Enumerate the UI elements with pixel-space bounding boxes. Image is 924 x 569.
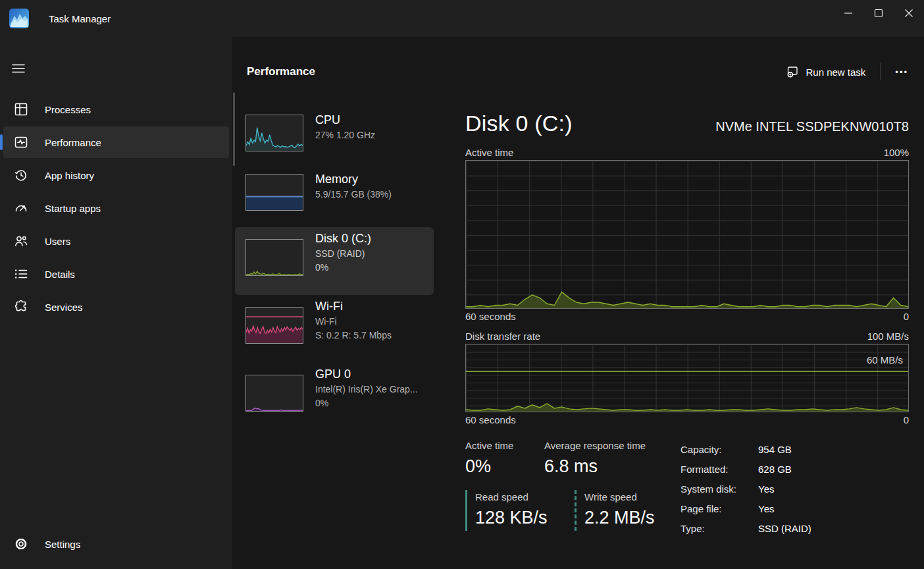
perf-item-cpu[interactable]: CPU 27% 1.20 GHz [235,109,434,168]
sidebar-item-label: Settings [45,539,80,550]
perf-item-subtitle: 5.9/15.7 GB (38%) [315,188,392,202]
sidebar-item-app-history[interactable]: App history [3,159,229,191]
maximize-icon [872,7,885,20]
perf-item-subtitle: 27% 1.20 GHz [315,128,375,142]
more-icon: ••• [895,67,908,77]
x-axis-right-label: 0 [904,311,909,322]
gpu-mini-chart [245,375,303,412]
performance-icon [13,134,29,150]
perf-item-title: Memory [315,171,392,188]
sidebar-item-settings[interactable]: Settings [3,528,229,560]
perf-item-title: GPU 0 [315,366,418,383]
startup-apps-icon [13,200,29,216]
minimize-icon [842,7,855,20]
sidebar-item-label: Startup apps [45,203,101,214]
sidebar-item-performance[interactable]: Performance [3,126,229,158]
perf-item-subtitle2: 0% [315,396,418,410]
perf-item-wifi[interactable]: Wi-Fi Wi-Fi S: 0.2 R: 5.7 Mbps [235,295,434,363]
more-options-button[interactable]: ••• [887,62,916,82]
window-controls [833,0,924,26]
x-axis-left-label: 60 seconds [465,414,516,425]
main-header: Performance Run new task ••• [232,53,924,91]
sidebar-item-services[interactable]: Services [3,291,229,323]
transfer-rate-chart-max: 100 MB/s [867,331,909,342]
avg-response-stat-value: 6.8 ms [544,453,680,479]
close-button[interactable] [894,0,924,26]
task-manager-window: Task Manager Proce [0,0,924,569]
prop-page-file: Page file: Yes [680,499,909,519]
transfer-rate-chart: 60 MB/s [465,344,909,412]
detail-title: Disk 0 (C:) [465,111,573,136]
sidebar-item-label: Processes [45,104,91,115]
services-icon [13,299,29,315]
details-icon [13,266,29,282]
read-speed-stat-value: 128 KB/s [475,504,575,531]
perf-item-title: Disk 0 (C:) [315,230,371,247]
sidebar-item-processes[interactable]: Processes [3,94,229,125]
processes-icon [13,101,29,117]
run-new-task-label: Run new task [806,67,865,78]
x-axis-right-label: 0 [904,414,909,425]
menu-button[interactable] [5,55,32,82]
perf-item-subtitle: SSD (RAID) [315,247,371,261]
sidebar: Processes Performance App history [0,37,232,569]
perf-item-subtitle: Wi-Fi [315,315,392,329]
perf-item-title: CPU [315,111,375,128]
x-axis-left-label: 60 seconds [465,311,516,322]
run-new-task-button[interactable]: Run new task [778,60,873,84]
active-time-stat-value: 0% [465,453,544,479]
perf-item-subtitle2: 0% [315,261,371,275]
perf-item-title: Wi-Fi [315,298,392,315]
disk-mini-chart [245,239,303,276]
sidebar-item-label: Users [45,236,70,247]
disk-stats: Active time 0% Average response time 6.8… [465,439,909,539]
sidebar-item-label: Details [45,269,75,280]
prop-capacity: Capacity: 954 GB [680,440,909,460]
active-time-stat-label: Active time [465,439,544,453]
perf-item-memory[interactable]: Memory 5.9/15.7 GB (38%) [235,168,434,227]
sidebar-item-label: App history [45,170,94,181]
perf-item-subtitle: Intel(R) Iris(R) Xe Grap... [315,383,418,396]
wifi-mini-chart [245,307,303,344]
perf-list-scrollbar[interactable] [233,92,235,166]
active-time-chart [465,160,909,309]
active-time-chart-max: 100% [884,147,909,158]
cpu-mini-chart [245,115,303,151]
app-title: Task Manager [49,13,111,24]
sidebar-item-startup-apps[interactable]: Startup apps [3,192,229,224]
transfer-rate-chart-label: Disk transfer rate [465,331,540,342]
run-new-task-icon [786,65,799,78]
perf-item-disk0[interactable]: Disk 0 (C:) SSD (RAID) 0% [235,227,434,295]
prop-type: Type: SSD (RAID) [680,519,909,539]
perf-item-subtitle2: S: 0.2 R: 5.7 Mbps [315,329,392,342]
main-panel: Performance Run new task ••• [232,37,924,569]
prop-system-disk: System disk: Yes [680,479,909,499]
memory-mini-chart [245,174,303,211]
task-manager-logo [9,9,29,28]
page-title: Performance [247,65,315,78]
disk-detail-panel: Disk 0 (C:) NVMe INTEL SSDPEKNW010T8 Act… [436,91,924,569]
write-speed-stat-label: Write speed [584,490,655,504]
header-divider [880,63,881,80]
perf-item-gpu0[interactable]: GPU 0 Intel(R) Iris(R) Xe Grap... 0% [235,363,434,431]
sidebar-item-users[interactable]: Users [3,225,229,257]
maximize-button[interactable] [863,0,894,26]
performance-resource-list: CPU 27% 1.20 GHz Memory 5.9/15.7 GB (38%… [232,91,436,569]
app-history-icon [13,167,29,183]
write-speed-stat-value: 2.2 MB/s [584,504,655,531]
sidebar-item-label: Services [45,302,83,313]
close-icon [902,7,915,20]
sidebar-item-details[interactable]: Details [3,258,229,290]
avg-response-stat-label: Average response time [544,439,680,453]
titlebar: Task Manager [0,0,924,37]
device-name: NVMe INTEL SSDPEKNW010T8 [715,119,909,134]
settings-gear-icon [13,536,29,552]
sidebar-item-label: Performance [45,137,101,148]
minimize-button[interactable] [833,0,863,26]
active-time-chart-label: Active time [465,147,513,158]
read-speed-stat-label: Read speed [475,490,575,504]
users-icon [13,233,29,249]
menu-icon [11,61,26,76]
prop-formatted: Formatted: 628 GB [680,460,909,479]
disk-properties: Capacity: 954 GB Formatted: 628 GB Syste… [680,439,909,539]
